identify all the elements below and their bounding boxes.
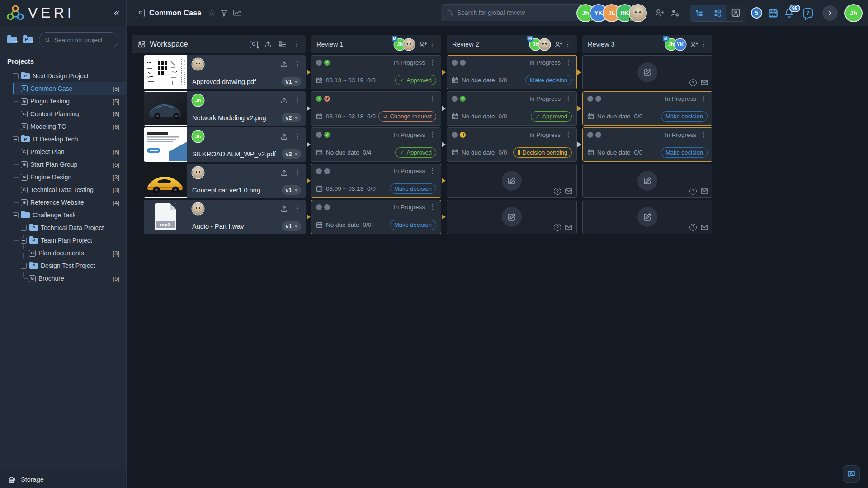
column-menu-icon[interactable]: ⋮ — [564, 41, 571, 48]
approval-status-pill[interactable]: ✓Approved — [531, 111, 572, 122]
upload-version-icon[interactable] — [280, 61, 288, 68]
collapse-toggle-icon[interactable] — [21, 263, 27, 269]
collapse-sidebar-button[interactable]: « — [114, 8, 119, 18]
version-selector[interactable]: v2▾ — [282, 113, 301, 122]
sidebar-item-start-plan-group[interactable]: G Start Plan Group [5] — [13, 158, 126, 171]
create-review-button[interactable] — [637, 207, 657, 227]
file-card-approved-drawing[interactable]: ⋮ Approved drawing.pdf v1▾ — [144, 55, 306, 89]
approval-status-pill[interactable]: ✓Approved — [395, 75, 436, 85]
add-project-icon[interactable]: P+ — [23, 37, 33, 43]
help-circle-icon[interactable]: ? — [689, 188, 697, 195]
column-menu-icon[interactable]: ⋮ — [429, 41, 436, 48]
sidebar-item-technical-data-testing[interactable]: G Technical Data Testing [3] — [13, 183, 126, 196]
make-decision-button[interactable]: Make decision — [390, 220, 436, 230]
sidebar-item-challenge-task[interactable]: Challenge Task — [13, 209, 126, 221]
list-view-icon[interactable] — [278, 40, 287, 48]
view-grid-button[interactable] — [708, 5, 726, 21]
version-selector[interactable]: v2▾ — [282, 149, 301, 159]
file-card-silkroad[interactable]: Jh ⋮ SILKROAD ALM_WP_v2.pdf v2▾ — [144, 127, 306, 162]
expand-toggle-icon[interactable] — [21, 225, 27, 231]
current-user-avatar[interactable]: Jh — [845, 5, 862, 21]
cell-menu-icon[interactable]: ⋮ — [700, 131, 708, 138]
version-selector[interactable]: v1▾ — [282, 77, 301, 86]
calendar-icon[interactable] — [768, 8, 778, 18]
avatar-photo[interactable] — [192, 58, 204, 70]
cell-menu-icon[interactable]: ⋮ — [429, 203, 436, 211]
mail-icon[interactable] — [701, 188, 708, 194]
member-settings-icon[interactable] — [670, 8, 679, 18]
filter-icon[interactable] — [220, 9, 228, 17]
version-selector[interactable]: v1▾ — [282, 185, 301, 195]
make-decision-button[interactable]: Make decision — [661, 147, 708, 158]
sidebar-item-reference-website[interactable]: G Reference Website [4] — [13, 196, 126, 209]
help-circle-icon[interactable]: ? — [689, 79, 697, 86]
file-menu-icon[interactable]: ⋮ — [294, 133, 301, 140]
sidebar-item-engine-design[interactable]: G Engine Design [3] — [13, 171, 126, 183]
mail-icon[interactable] — [565, 188, 572, 194]
file-card-network-modeling[interactable]: Jh ⋮ Network Modeling v2.png v2▾ — [144, 91, 306, 126]
help-icon[interactable]: ? — [803, 8, 813, 18]
decision-pending-pill[interactable]: Decision pending — [513, 147, 572, 158]
sidebar-item-technical-data-project[interactable]: P Technical Data Project — [13, 221, 126, 234]
workspace-menu-icon[interactable]: ⋮ — [293, 41, 300, 48]
analytics-icon[interactable] — [233, 9, 241, 17]
sidebar-item-design-test-project[interactable]: P Design Test Project — [13, 259, 126, 272]
project-search[interactable] — [39, 32, 118, 47]
view-tree-button[interactable] — [690, 5, 708, 21]
global-search-input[interactable] — [457, 9, 580, 16]
review-cell-r5c1[interactable]: In Progress ⋮ No due date 0/0 Make decis… — [311, 200, 441, 234]
avatar[interactable]: Jh — [192, 94, 204, 106]
avatar-photo[interactable] — [539, 39, 550, 50]
review-cell-r3c1[interactable]: ✓ In Progress ⋮ No due date 0/4 ✓Approve… — [311, 127, 441, 162]
add-reviewer-icon[interactable] — [554, 40, 562, 48]
sidebar-item-next-design-project[interactable]: P Next Design Project — [13, 70, 126, 82]
sidebar-item-common-case[interactable]: G Common Case [5] — [13, 82, 126, 95]
add-folder-icon[interactable]: + — [7, 37, 17, 43]
avatar[interactable]: Jh — [192, 131, 204, 142]
sidebar-item-content-planning[interactable]: G Content Planning [6] — [13, 108, 126, 120]
sidebar-item-project-plan[interactable]: G Project Plan [6] — [13, 145, 126, 158]
create-review-button[interactable] — [502, 171, 522, 191]
cell-menu-icon[interactable]: ⋮ — [429, 167, 436, 174]
notifications-bell-icon[interactable]: 95 — [784, 8, 794, 18]
column-menu-icon[interactable]: ⋮ — [700, 41, 707, 48]
help-circle-icon[interactable]: ? — [554, 188, 561, 195]
global-search[interactable] — [441, 4, 585, 21]
version-selector[interactable]: v1▾ — [282, 221, 301, 231]
mail-icon[interactable] — [701, 225, 708, 230]
review-cell-r3c2[interactable]: In Progress ⋮ No due date 0/0 Decision p… — [447, 127, 577, 162]
sidebar-item-modeling-tc[interactable]: G Modeling TC [6] — [13, 120, 126, 133]
expand-panel-icon[interactable]: › — [822, 5, 838, 21]
create-review-button[interactable] — [502, 207, 522, 227]
avatar-photo[interactable] — [192, 167, 204, 178]
change-request-pill[interactable]: ↺Change request — [378, 111, 436, 122]
sidebar-item-plan-documents[interactable]: G Plan documents [3] — [13, 247, 126, 259]
collapse-toggle-icon[interactable] — [13, 73, 19, 79]
storage-link[interactable]: Storage — [0, 470, 126, 488]
sidebar-item-plugin-testing[interactable]: G Plugin Testing [5] — [13, 95, 126, 108]
cell-menu-icon[interactable]: ⋮ — [700, 95, 708, 102]
file-menu-icon[interactable]: ⋮ — [294, 97, 301, 104]
cell-menu-icon[interactable]: ⋮ — [429, 131, 436, 138]
upload-version-icon[interactable] — [280, 97, 288, 104]
cell-menu-icon[interactable]: ⋮ — [565, 59, 572, 66]
review-cell-r2c1[interactable]: ✓ ↺ ⋮ 03.10 ~ 03.18 0/0 ↺Change request — [311, 91, 441, 126]
review-cell-r2c2[interactable]: ✓ In Progress ⋮ No due date 0/0 ✓Approve… — [447, 91, 577, 126]
sidebar-item-team-plan-project[interactable]: P Team Plan Project — [13, 234, 126, 247]
sidebar-item-brochure[interactable]: G Brochure [5] — [13, 272, 126, 285]
collapse-toggle-icon[interactable] — [13, 136, 19, 142]
review-cell-r4c1[interactable]: In Progress ⋮ 03.09 ~ 03.13 0/0 Make dec… — [311, 164, 441, 198]
avatar-photo[interactable] — [403, 39, 415, 50]
cell-menu-icon[interactable]: ⋮ — [429, 59, 436, 66]
collapse-toggle-icon[interactable] — [21, 238, 27, 244]
support-chat-button[interactable] — [843, 465, 860, 483]
add-reviewer-icon[interactable] — [419, 40, 427, 48]
make-decision-button[interactable]: Make decision — [390, 183, 436, 194]
review-cell-r1c1[interactable]: ✓ In Progress ⋮ 03.13 ~ 03.19 0/0 ✓Appro… — [311, 55, 441, 89]
upload-version-icon[interactable] — [280, 169, 288, 177]
add-reviewer-icon[interactable] — [690, 40, 698, 48]
add-group-icon[interactable]: G+ — [250, 41, 258, 48]
help-circle-icon[interactable]: ? — [689, 224, 697, 231]
upload-version-icon[interactable] — [280, 133, 288, 141]
cell-menu-icon[interactable]: ⋮ — [565, 131, 572, 138]
